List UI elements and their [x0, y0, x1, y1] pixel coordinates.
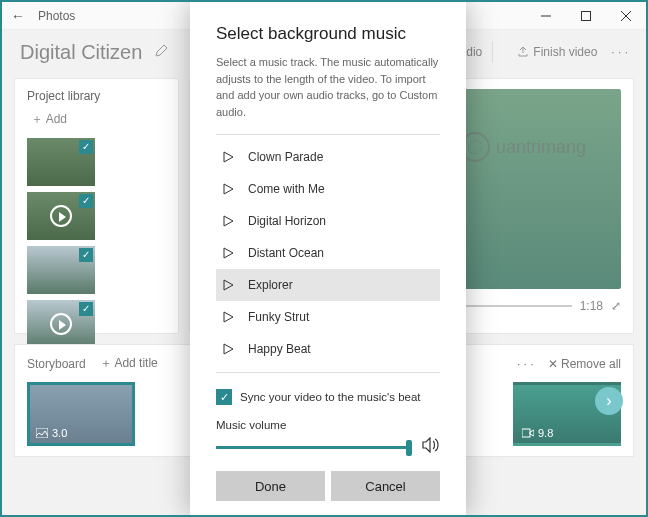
track-item[interactable]: Distant Ocean [216, 237, 440, 269]
divider [216, 372, 440, 373]
library-thumb[interactable]: ✓ [27, 300, 95, 348]
library-thumb[interactable]: ✓ [27, 246, 95, 294]
check-icon: ✓ [79, 248, 93, 262]
time-display: 1:18 [580, 299, 603, 313]
remove-all-button[interactable]: ✕ Remove all [548, 357, 621, 371]
project-title: Digital Citizen [20, 41, 142, 64]
track-item[interactable]: Digital Horizon [216, 205, 440, 237]
track-label: Distant Ocean [248, 246, 324, 260]
svg-rect-5 [522, 429, 530, 437]
track-label: Explorer [248, 278, 293, 292]
play-icon [222, 151, 234, 163]
track-label: Come with Me [248, 182, 325, 196]
check-icon: ✓ [79, 302, 93, 316]
track-item[interactable]: Funky Strut [216, 301, 440, 333]
dialog-title: Select background music [216, 24, 440, 44]
track-item[interactable]: Come with Me [216, 173, 440, 205]
storyboard-heading: Storyboard [27, 357, 86, 371]
dialog-description: Select a music track. The music automati… [216, 54, 440, 120]
volume-slider[interactable] [216, 446, 412, 449]
play-icon [222, 247, 234, 259]
background-music-dialog: Select background music Select a music t… [190, 2, 466, 515]
more-button[interactable]: · · · [611, 45, 628, 59]
separator [492, 41, 493, 63]
track-item[interactable]: Clown Parade [216, 141, 440, 173]
project-library-heading: Project library [27, 89, 166, 103]
track-label: Clown Parade [248, 150, 323, 164]
add-button[interactable]: ＋ Add [31, 111, 166, 128]
rename-icon[interactable] [154, 42, 170, 62]
clip-more-button[interactable]: · · · [517, 357, 534, 371]
video-icon [522, 428, 534, 438]
export-icon [517, 46, 529, 58]
track-label: Digital Horizon [248, 214, 326, 228]
divider [216, 134, 440, 135]
minimize-button[interactable] [526, 2, 566, 30]
done-button[interactable]: Done [216, 471, 325, 501]
check-icon: ✓ [216, 389, 232, 405]
play-icon [50, 313, 72, 335]
track-label: Funky Strut [248, 310, 309, 324]
cancel-button[interactable]: Cancel [331, 471, 440, 501]
play-icon [222, 215, 234, 227]
add-title-button[interactable]: ＋ Add title [100, 355, 158, 372]
play-icon [222, 311, 234, 323]
track-item[interactable]: Explorer [216, 269, 440, 301]
svg-rect-1 [582, 11, 591, 20]
maximize-button[interactable] [566, 2, 606, 30]
track-item[interactable]: Happy Beat [216, 333, 440, 365]
next-clip-button[interactable]: › [595, 387, 623, 415]
track-list: Clown ParadeCome with MeDigital HorizonD… [216, 141, 440, 368]
check-icon: ✓ [79, 140, 93, 154]
back-button[interactable]: ← [2, 8, 34, 24]
play-icon [222, 279, 234, 291]
project-library-panel: Project library ＋ Add ✓ ✓ ✓ ✓ [14, 78, 179, 334]
volume-label: Music volume [216, 419, 440, 431]
library-thumb[interactable]: ✓ [27, 138, 95, 186]
speaker-icon[interactable] [422, 437, 440, 457]
image-icon [36, 428, 48, 438]
track-label: Happy Beat [248, 342, 311, 356]
check-icon: ✓ [79, 194, 93, 208]
sync-checkbox[interactable]: ✓ Sync your video to the music's beat [216, 389, 440, 405]
track-item[interactable]: Let's Go [216, 365, 440, 368]
play-icon [222, 343, 234, 355]
fullscreen-icon[interactable]: ⤢ [611, 299, 621, 313]
close-button[interactable] [606, 2, 646, 30]
play-icon [50, 205, 72, 227]
library-thumb[interactable]: ✓ [27, 192, 95, 240]
play-icon [222, 183, 234, 195]
storyboard-clip[interactable]: 3.0 [27, 382, 135, 446]
finish-video-button[interactable]: Finish video [517, 45, 597, 59]
